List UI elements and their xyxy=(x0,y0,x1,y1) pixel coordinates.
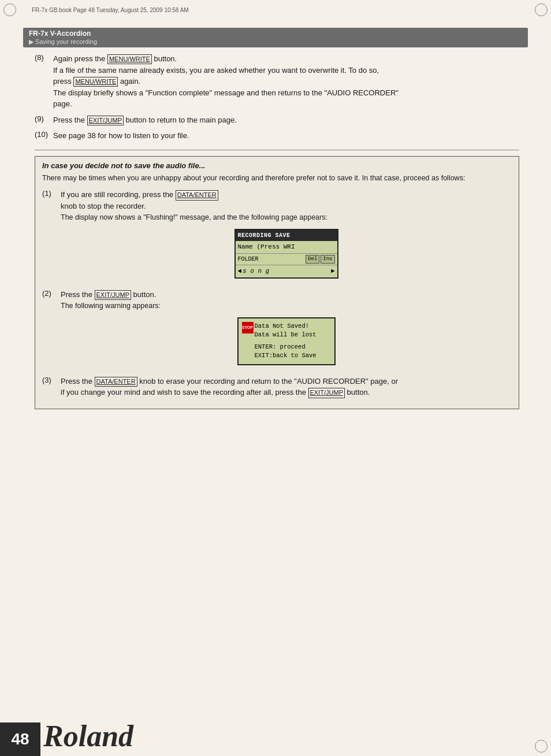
step-9-content: Press the EXIT/JUMP button to return to … xyxy=(53,114,519,126)
display-cursor: ◄ xyxy=(238,266,242,276)
key-exit-jump-1: EXIT/JUMP xyxy=(87,116,124,125)
key-menu-write-2: MENU/WRITE xyxy=(73,77,118,87)
display-row1: RECORDING SAVE xyxy=(236,230,337,241)
info-box-title: In case you decide not to save the audio… xyxy=(42,161,512,170)
inner-step-3-num: (3) xyxy=(42,376,61,384)
display-screen-1: RECORDING SAVE Name (Press WRI FOLDER De… xyxy=(234,229,338,279)
file-info: FR-7x GB.book Page 48 Tuesday, August 25… xyxy=(32,7,189,13)
display-btn-ins: Ins xyxy=(321,255,334,264)
inner-step-2-num: (2) xyxy=(42,289,61,298)
display-folder-label: FOLDER xyxy=(238,255,304,264)
main-content: (8) Again press the MENU/WRITE button. I… xyxy=(35,53,519,710)
step-9: (9) Press the EXIT/JUMP button to return… xyxy=(35,114,519,126)
display-btns: Del Ins xyxy=(306,255,334,264)
step-10-num: (10) xyxy=(35,130,53,139)
display-row2: Name (Press WRI xyxy=(236,241,337,254)
display-btn-del: Del xyxy=(306,255,319,264)
step-8-num: (8) xyxy=(35,53,53,62)
warning-line-1: Data Not Saved! xyxy=(255,322,330,331)
step-9-num: (9) xyxy=(35,114,53,123)
inner-step-2-content: Press the EXIT/JUMP button. The followin… xyxy=(61,289,512,372)
key-exit-jump-2: EXIT/JUMP xyxy=(95,290,131,300)
stop-badge: STOP xyxy=(242,322,254,333)
footer-bar: 48 Roland xyxy=(0,710,551,756)
display-row3: FOLDER Del Ins xyxy=(236,254,337,266)
page-number: 48 xyxy=(11,730,29,748)
inner-step-2: (2) Press the EXIT/JUMP button. The foll… xyxy=(42,289,512,372)
display-row4: ◄ s o n g ► xyxy=(236,265,337,277)
key-menu-write-1: MENU/WRITE xyxy=(107,54,152,64)
warning-line-4: ENTER: proceed xyxy=(255,343,330,351)
warning-line-5: EXIT:back to Save xyxy=(255,351,330,360)
brand-name: Roland xyxy=(43,721,133,751)
display-container-1: RECORDING SAVE Name (Press WRI FOLDER De… xyxy=(61,229,512,279)
header-subtitle: ▶ Saving your recording xyxy=(29,38,97,46)
info-box: In case you decide not to save the audio… xyxy=(35,156,519,409)
warning-line-2: Data will be lost xyxy=(255,331,330,339)
key-exit-jump-3: EXIT/JUMP xyxy=(308,388,345,398)
step-10: (10) See page 38 for how to listen to yo… xyxy=(35,130,519,142)
inner-step-3: (3) Press the DATA/ENTER knob to erase y… xyxy=(42,376,512,398)
section-divider xyxy=(35,150,519,150)
display-arrow: ► xyxy=(331,266,335,276)
key-data-enter-2: DATA/ENTER xyxy=(95,377,137,387)
header-title: FR-7x V-Accordion xyxy=(29,29,97,39)
step-8-content: Again press the MENU/WRITE button. If a … xyxy=(53,53,519,110)
inner-step-1: (1) If you are still recording, press th… xyxy=(42,189,512,285)
inner-step-3-content: Press the DATA/ENTER knob to erase your … xyxy=(61,376,512,398)
info-steps: (1) If you are still recording, press th… xyxy=(42,189,512,398)
key-data-enter-1: DATA/ENTER xyxy=(176,190,218,200)
info-box-body: There may be times when you are unhappy … xyxy=(42,173,512,184)
display-song-text: s o n g xyxy=(243,266,331,276)
step-8: (8) Again press the MENU/WRITE button. I… xyxy=(35,53,519,110)
corner-mark-tr xyxy=(535,3,548,16)
step-10-content: See page 38 for how to listen to your fi… xyxy=(53,130,519,142)
inner-step-1-num: (1) xyxy=(42,189,61,198)
page-tab: 48 xyxy=(0,722,40,756)
warning-screen: STOP Data Not Saved! Data will be lost E… xyxy=(237,317,336,365)
header-bar: FR-7x V-Accordion ▶ Saving your recordin… xyxy=(23,28,528,47)
corner-mark-tl xyxy=(3,3,16,16)
warning-container: STOP Data Not Saved! Data will be lost E… xyxy=(61,317,512,365)
inner-step-1-content: If you are still recording, press the DA… xyxy=(61,189,512,285)
